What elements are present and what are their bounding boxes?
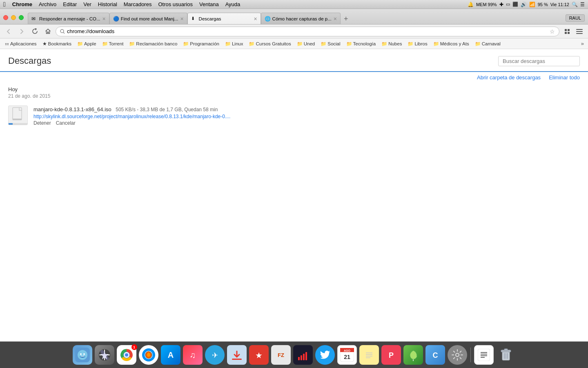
tab-3[interactable]: ⬇ Descargas × xyxy=(187,13,261,24)
wifi-icon[interactable]: 📶 xyxy=(529,2,535,7)
dock-filezilla[interactable]: FZ xyxy=(271,345,291,365)
open-folder-link[interactable]: Abrir carpeta de descargas xyxy=(477,74,541,81)
tab4-close[interactable]: × xyxy=(334,16,337,22)
bookmark-label: Médicos y Ats xyxy=(440,41,469,46)
close-button[interactable] xyxy=(3,15,8,20)
dock-firefox[interactable] xyxy=(139,345,158,365)
tab1-close[interactable]: × xyxy=(102,16,106,22)
volume-icon[interactable]: 🔊 xyxy=(521,2,527,7)
forward-button[interactable] xyxy=(16,26,27,37)
dock-pinboard[interactable]: ★ xyxy=(249,345,269,365)
back-button[interactable] xyxy=(3,26,14,37)
bookmark-nubes[interactable]: 📁 Nubes xyxy=(379,40,404,47)
menu-ventana[interactable]: Ventana xyxy=(196,0,222,9)
url-input[interactable]: chrome://downloads xyxy=(67,28,548,34)
dock-jdownloader[interactable] xyxy=(227,345,247,365)
dock-itunes[interactable]: ♫ xyxy=(183,345,203,365)
more-bookmarks-button[interactable]: » xyxy=(579,40,586,47)
svg-rect-5 xyxy=(568,32,570,34)
chrome-menu-button[interactable] xyxy=(574,26,585,37)
download-url[interactable]: http://skylink.dl.sourceforge.net/projec… xyxy=(33,114,319,119)
dock-chrome[interactable]: 1 xyxy=(117,345,136,365)
home-button[interactable] xyxy=(42,26,53,37)
bookmark-libros[interactable]: 📁 Libros xyxy=(405,40,430,47)
menu-historial[interactable]: Historial xyxy=(95,0,120,9)
svg-rect-9 xyxy=(13,108,22,120)
apple-menu-icon[interactable]:  xyxy=(3,1,6,8)
bookmark-cursos[interactable]: 📁 Cursos Gratuitos xyxy=(246,40,293,47)
dock-textedit[interactable] xyxy=(474,345,494,365)
bookmark-uned[interactable]: 📁 Uned xyxy=(294,40,318,47)
tab3-close[interactable]: × xyxy=(254,16,257,22)
minimize-button[interactable] xyxy=(11,15,16,20)
tab2-close[interactable]: × xyxy=(180,16,183,22)
dock-leaf[interactable] xyxy=(403,345,423,365)
clear-all-link[interactable]: Eliminar todo xyxy=(549,74,580,81)
progress-bar-track xyxy=(9,123,27,125)
dock-separator xyxy=(470,348,471,362)
menu-otros[interactable]: Otros usuarios xyxy=(155,0,196,9)
new-tab-button[interactable]: + xyxy=(341,15,352,24)
bookmark-label: Social xyxy=(327,41,340,46)
pause-download-button[interactable]: Detener xyxy=(33,120,51,126)
menu-ver[interactable]: Ver xyxy=(80,0,95,9)
dock-pocket[interactable]: P xyxy=(381,345,401,365)
dock-calendar[interactable]: AGO 21 xyxy=(337,345,357,365)
bookmark-linux[interactable]: 📁 Linux xyxy=(223,40,246,47)
svg-text:FZ: FZ xyxy=(278,352,284,358)
notification-icon[interactable]: 🔔 xyxy=(468,2,474,7)
bookmark-tecnologia[interactable]: 📁 Tecnología xyxy=(344,40,379,47)
tab-4[interactable]: 🌐 Cómo hacer capturas de p... × xyxy=(261,13,341,24)
dock-notes[interactable] xyxy=(359,345,379,365)
bookmark-label: Libros xyxy=(414,41,427,46)
search-input[interactable] xyxy=(498,56,580,66)
menu-editar[interactable]: Editar xyxy=(60,0,80,9)
bookmark-star-icon[interactable]: ☆ xyxy=(550,28,555,35)
reload-button[interactable] xyxy=(29,26,40,37)
svg-rect-4 xyxy=(565,32,567,34)
dock-telegram[interactable]: ✈ xyxy=(205,345,225,365)
menu-marcadores[interactable]: Marcadores xyxy=(120,0,155,9)
address-bar[interactable]: chrome://downloads ☆ xyxy=(56,27,559,36)
tab3-title: Descargas xyxy=(199,16,252,21)
extend-toolbar-button[interactable] xyxy=(562,26,572,37)
dock-finder[interactable] xyxy=(73,345,92,365)
extend-icon[interactable]: ✚ xyxy=(499,2,503,7)
cancel-download-button[interactable]: Cancelar xyxy=(56,120,76,126)
dock-appstore[interactable]: A xyxy=(161,345,180,365)
svg-point-53 xyxy=(456,354,459,356)
bookmark-social[interactable]: 📁 Social xyxy=(318,40,343,47)
profile-button[interactable]: RAUL xyxy=(566,14,585,22)
notification-center-icon[interactable]: ☰ xyxy=(580,2,585,7)
progress-bar-fill xyxy=(9,123,13,125)
tab-2[interactable]: 🔵 Find out more about Manj... × xyxy=(109,13,187,24)
bookmark-carnaval[interactable]: 📁 Carnaval xyxy=(472,40,503,47)
dock-sysprefs[interactable] xyxy=(448,345,467,365)
folder-icon: 📁 xyxy=(408,41,413,47)
bookmark-label: Carnaval xyxy=(482,41,501,46)
maximize-button[interactable] xyxy=(19,15,24,20)
bookmark-programacion[interactable]: 📁 Programación xyxy=(180,40,222,47)
tab2-favicon: 🔵 xyxy=(113,16,119,22)
dock-trash[interactable] xyxy=(496,345,516,365)
dock-deezer[interactable] xyxy=(293,345,313,365)
svg-text:AGO: AGO xyxy=(344,349,351,352)
menu-ayuda[interactable]: Ayuda xyxy=(222,0,244,9)
spotlight-icon[interactable]: 🔍 xyxy=(572,2,578,7)
dock-twitter[interactable] xyxy=(315,345,335,365)
download-section: Hoy 21 de ago. de 2015 xyxy=(0,86,588,129)
statusbar-icon: ⬛ xyxy=(512,2,518,7)
folder-icon: 📁 xyxy=(346,41,352,47)
bookmark-torrent[interactable]: 📁 Torrent xyxy=(100,40,126,47)
menu-chrome[interactable]: Chrome xyxy=(9,0,36,9)
bookmark-apple[interactable]: 📁 Apple xyxy=(75,40,98,47)
tab-1[interactable]: ✉ Responder a mensaje - CO... × xyxy=(28,13,109,24)
bookmark-medicos[interactable]: 📁 Médicos y Ats xyxy=(431,40,472,47)
dock-launchpad[interactable] xyxy=(95,345,114,365)
page-title: Descargas xyxy=(8,56,498,66)
bookmark-bookmarks[interactable]: ★ Bookmarks xyxy=(40,40,74,47)
bookmark-aplicaciones[interactable]: ⚏ Aplicaciones xyxy=(2,40,39,47)
dock-coda[interactable]: C xyxy=(425,345,445,365)
menu-archivo[interactable]: Archivo xyxy=(36,0,60,9)
bookmark-reclamacion[interactable]: 📁 Reclamación banco xyxy=(127,40,180,47)
